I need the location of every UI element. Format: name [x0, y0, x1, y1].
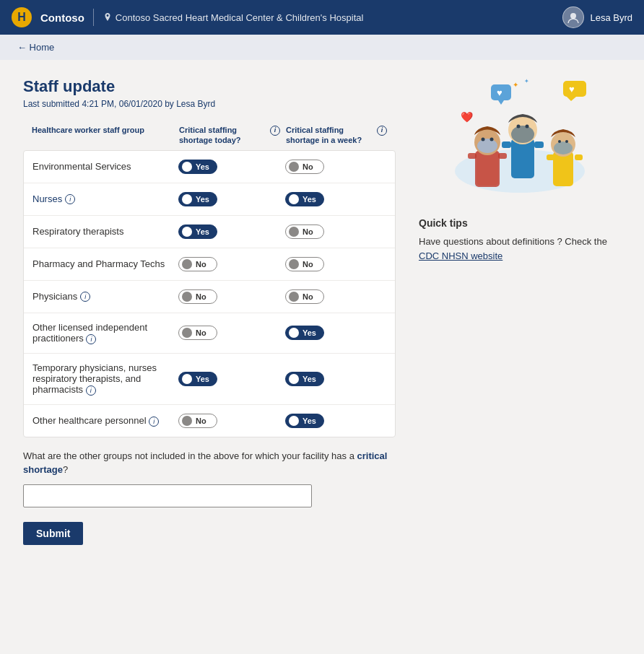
toggle-respiratory-week[interactable]: No — [285, 224, 386, 239]
physicians-info-icon[interactable]: i — [80, 292, 90, 302]
temp-info-icon[interactable]: i — [86, 385, 96, 396]
toggle-yes[interactable]: Yes — [285, 372, 324, 386]
svg-point-12 — [511, 126, 534, 143]
toggle-no[interactable]: No — [178, 257, 217, 271]
heart-in-yellow: ♥ — [569, 84, 575, 95]
toggle-knob — [182, 374, 192, 384]
table-row: Respiratory therapists Yes No — [24, 216, 395, 248]
toggle-no[interactable]: No — [285, 257, 324, 271]
location-label: Contoso Sacred Heart Medical Center & Ch… — [103, 12, 364, 23]
toggle-physicians-week[interactable]: No — [285, 289, 386, 304]
staff-name-physicians: Physicians i — [32, 291, 173, 302]
toggle-licensed-today[interactable]: No — [178, 326, 279, 340]
svg-point-7 — [490, 138, 494, 141]
col2-info-icon[interactable]: i — [377, 126, 387, 136]
healthcare-illustration: ❤️ ♥ ✦ ✦ ♥ — [440, 77, 599, 200]
toggle-temp-week[interactable]: Yes — [285, 372, 386, 386]
toggle-knob — [182, 328, 192, 338]
toggle-nurses-week[interactable]: Yes — [285, 192, 386, 206]
toggle-other-today[interactable]: No — [178, 414, 279, 428]
toggle-temp-today[interactable]: Yes — [178, 372, 279, 386]
svg-point-6 — [482, 138, 485, 141]
illustration: ❤️ ♥ ✦ ✦ ♥ — [440, 77, 599, 200]
toggle-pharmacy-today[interactable]: No — [178, 257, 279, 271]
bottom-section: What are the other groups not included i… — [23, 449, 396, 545]
logo-letter: H — [17, 11, 26, 24]
svg-rect-8 — [468, 153, 477, 159]
licensed-info-icon[interactable]: i — [86, 334, 96, 344]
svg-rect-10 — [511, 139, 534, 178]
toggle-yes[interactable]: Yes — [178, 160, 217, 174]
toggle-no[interactable]: No — [285, 224, 324, 239]
toggle-knob — [182, 194, 192, 204]
location-text: Contoso Sacred Heart Medical Center & Ch… — [116, 12, 364, 23]
toggle-yes[interactable]: Yes — [285, 192, 324, 206]
toggle-no[interactable]: No — [178, 326, 217, 340]
table-row: Temporary physicians, nurses respiratory… — [24, 354, 395, 405]
bottom-question: What are the other groups not included i… — [23, 449, 396, 477]
toggle-knob — [289, 162, 299, 172]
table-row: Environmental Services Yes No — [24, 151, 395, 183]
cdc-nhsn-link[interactable]: CDC NHSN website — [419, 250, 502, 261]
heart-emoji: ❤️ — [461, 111, 474, 123]
svg-rect-17 — [553, 152, 573, 186]
svg-rect-23 — [575, 154, 583, 160]
toggle-no[interactable]: No — [178, 289, 217, 304]
toggle-licensed-week[interactable]: Yes — [285, 326, 386, 340]
other-info-icon[interactable]: i — [149, 417, 159, 427]
toggle-env-today[interactable]: Yes — [178, 160, 279, 174]
quick-tips-title: Quick tips — [419, 217, 621, 229]
table-row: Nurses i Yes Yes — [24, 183, 395, 216]
toggle-yes[interactable]: Yes — [178, 192, 217, 206]
staff-name-respiratory: Respiratory therapists — [32, 226, 173, 237]
quick-tips: Quick tips Have questions about definiti… — [419, 217, 621, 263]
toggle-other-week[interactable]: Yes — [285, 414, 386, 428]
toggle-no[interactable]: No — [178, 414, 217, 428]
col-header-group: Healthcare worker staff group — [32, 125, 173, 146]
toggle-env-week[interactable]: No — [285, 160, 386, 174]
col-header-today: Critical staffing shortage today? i — [179, 125, 280, 146]
toggle-knob — [289, 227, 299, 237]
last-submitted-by: by Lesa Byrd — [165, 99, 215, 109]
user-menu[interactable]: Lesa Byrd — [562, 6, 632, 28]
toggle-knob — [182, 227, 192, 237]
toggle-knob — [182, 162, 192, 172]
staff-name-licensed: Other licensed independent practitioners… — [32, 322, 173, 344]
staff-name-pharmacy: Pharmacy and Pharmacy Techs — [32, 258, 173, 269]
col1-info-icon[interactable]: i — [270, 126, 280, 136]
toggle-yes[interactable]: Yes — [285, 326, 324, 340]
top-navigation: H Contoso Contoso Sacred Heart Medical C… — [0, 0, 644, 35]
toggle-yes[interactable]: Yes — [285, 414, 324, 428]
submit-button[interactable]: Submit — [23, 522, 83, 545]
toggle-pharmacy-week[interactable]: No — [285, 257, 386, 271]
toggle-respiratory-today[interactable]: Yes — [178, 224, 279, 239]
staff-name-other: Other healthcare personnel i — [32, 415, 173, 427]
toggle-knob — [182, 292, 192, 302]
other-groups-input[interactable] — [23, 484, 312, 507]
toggle-yes[interactable]: Yes — [178, 224, 217, 239]
right-panel: ❤️ ♥ ✦ ✦ ♥ Quick tips Have questions abo… — [419, 77, 621, 545]
back-link[interactable]: ← Home — [17, 42, 54, 53]
svg-point-13 — [517, 125, 521, 128]
table-header: Healthcare worker staff group Critical s… — [23, 121, 396, 150]
svg-rect-15 — [502, 141, 511, 148]
svg-point-14 — [526, 125, 529, 128]
table-row: Physicians i No No — [24, 281, 395, 313]
user-name: Lesa Byrd — [590, 12, 632, 23]
svg-marker-25 — [498, 100, 504, 105]
svg-rect-3 — [475, 151, 500, 187]
toggle-no[interactable]: No — [285, 160, 324, 174]
sparkle2: ✦ — [524, 78, 529, 84]
toggle-yes[interactable]: Yes — [178, 372, 217, 386]
svg-point-20 — [558, 140, 561, 143]
toggle-knob — [289, 328, 299, 338]
toggle-knob — [289, 416, 299, 426]
toggle-no[interactable]: No — [285, 289, 324, 304]
toggle-physicians-today[interactable]: No — [178, 289, 279, 304]
nurses-info-icon[interactable]: i — [65, 194, 75, 204]
quick-tips-text: Have questions about definitions ? Check… — [419, 235, 621, 263]
toggle-nurses-today[interactable]: Yes — [178, 192, 279, 206]
toggle-knob — [182, 259, 192, 269]
main-content: Staff update Last submitted 4:21 PM, 06/… — [0, 60, 644, 562]
user-avatar — [562, 6, 584, 28]
